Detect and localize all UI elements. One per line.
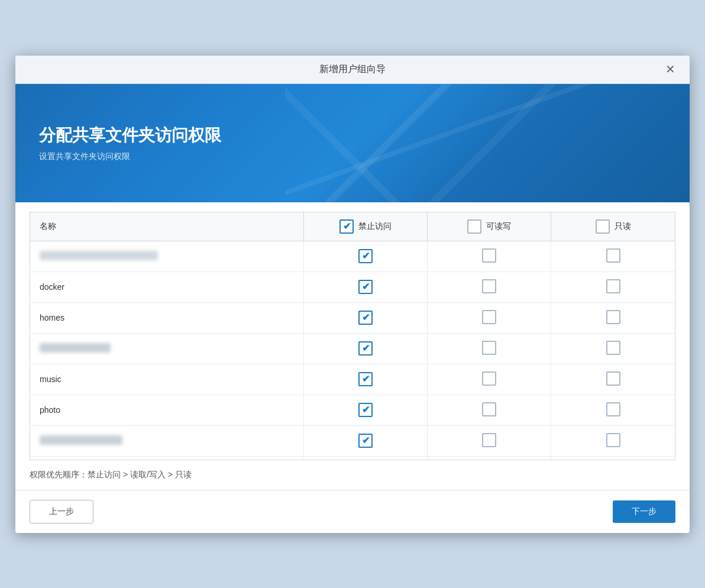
col-header-ro: 只读 <box>551 212 675 241</box>
deny-checkbox[interactable]: ✔ <box>358 280 373 294</box>
close-button[interactable]: ✕ <box>661 61 680 77</box>
cell-rw <box>428 364 551 395</box>
cell-ro <box>551 333 675 364</box>
table-row: music✔ <box>30 364 675 395</box>
table-row: ✔ <box>30 333 675 364</box>
table-row: ✔ <box>30 425 675 456</box>
cell-ro <box>551 272 675 302</box>
dialog: 新增用户组向导 ✕ 分配共享文件夹访问权限 设置共享文件夹访问权限 名称 <box>15 56 690 533</box>
banner: 分配共享文件夹访问权限 设置共享文件夹访问权限 <box>15 84 690 202</box>
col-header-name: 名称 <box>30 212 303 241</box>
cell-rw <box>428 333 551 364</box>
cell-deny: ✔ <box>303 395 427 425</box>
checkmark-icon: ✔ <box>362 405 370 415</box>
cell-deny: ✔ <box>303 456 427 460</box>
cell-ro <box>551 364 675 395</box>
footer: 上一步 下一步 <box>15 490 690 533</box>
checkmark-icon: ✔ <box>362 344 370 353</box>
cell-name: homes <box>30 302 303 333</box>
titlebar: 新增用户组向导 ✕ <box>15 56 690 84</box>
ro-checkbox[interactable] <box>606 248 620 263</box>
banner-main-title: 分配共享文件夹访问权限 <box>39 124 666 147</box>
deny-checkbox[interactable]: ✔ <box>358 341 373 356</box>
col-header-rw: 可读写 <box>428 212 551 241</box>
deny-checkbox[interactable]: ✔ <box>358 372 373 386</box>
cell-rw <box>428 302 551 333</box>
cell-name <box>30 456 303 460</box>
checkmark-icon: ✔ <box>343 222 351 231</box>
ro-checkbox[interactable] <box>606 433 620 447</box>
dialog-title: 新增用户组向导 <box>319 63 386 76</box>
table-row: ✔ <box>30 456 675 460</box>
deny-checkbox[interactable]: ✔ <box>358 434 373 448</box>
rw-checkbox[interactable] <box>482 310 496 324</box>
cell-rw <box>428 425 551 456</box>
cell-name <box>30 241 303 272</box>
cell-deny: ✔ <box>303 302 427 333</box>
table-row: photo✔ <box>30 395 675 425</box>
ro-checkbox[interactable] <box>606 402 620 416</box>
ro-checkbox[interactable] <box>606 341 620 355</box>
rw-checkbox[interactable] <box>482 433 496 447</box>
checkmark-icon: ✔ <box>362 282 370 292</box>
table-row: docker✔ <box>30 272 675 302</box>
cell-name: photo <box>30 395 303 425</box>
ro-checkbox[interactable] <box>606 310 620 324</box>
permissions-table: 名称 ✔ 禁止访问 <box>30 212 675 460</box>
col-header-deny: ✔ 禁止访问 <box>303 212 427 241</box>
cell-ro <box>551 241 675 272</box>
checkmark-icon: ✔ <box>362 436 370 445</box>
cell-rw <box>428 272 551 302</box>
cell-name <box>30 425 303 456</box>
cell-name: docker <box>30 272 303 302</box>
cell-name: music <box>30 364 303 395</box>
cell-rw <box>428 241 551 272</box>
cell-rw <box>428 395 551 425</box>
checkmark-icon: ✔ <box>362 313 370 322</box>
table-row: ✔ <box>30 241 675 272</box>
checkmark-icon: ✔ <box>362 251 370 261</box>
rw-checkbox[interactable] <box>482 402 496 416</box>
cell-ro <box>551 425 675 456</box>
rw-checkbox[interactable] <box>482 248 496 263</box>
header-deny-checkbox[interactable]: ✔ <box>339 219 354 234</box>
cell-deny: ✔ <box>303 333 427 364</box>
header-ro-checkbox[interactable] <box>596 219 610 234</box>
cell-deny: ✔ <box>303 272 427 302</box>
deny-checkbox[interactable]: ✔ <box>358 249 373 263</box>
cell-ro <box>551 302 675 333</box>
table-header-row: 名称 ✔ 禁止访问 <box>30 212 675 241</box>
next-button[interactable]: 下一步 <box>613 500 675 523</box>
header-rw-checkbox[interactable] <box>467 219 481 234</box>
cell-ro <box>551 395 675 425</box>
rw-checkbox[interactable] <box>482 341 496 355</box>
cell-deny: ✔ <box>303 241 427 272</box>
rw-checkbox[interactable] <box>482 371 496 386</box>
deny-checkbox[interactable]: ✔ <box>358 403 373 417</box>
cell-deny: ✔ <box>303 425 427 456</box>
cell-deny: ✔ <box>303 364 427 395</box>
deny-checkbox[interactable]: ✔ <box>358 311 373 325</box>
cell-rw <box>428 456 551 460</box>
cell-ro <box>551 456 675 460</box>
table-row: homes✔ <box>30 302 675 333</box>
cell-name <box>30 333 303 364</box>
table-area: 名称 ✔ 禁止访问 <box>15 202 690 490</box>
ro-checkbox[interactable] <box>606 279 620 293</box>
banner-sub-title: 设置共享文件夹访问权限 <box>39 151 666 162</box>
ro-checkbox[interactable] <box>606 371 620 386</box>
priority-note: 权限优先顺序：禁止访问 > 读取/写入 > 只读 <box>15 460 690 490</box>
prev-button[interactable]: 上一步 <box>30 500 93 524</box>
permissions-table-container[interactable]: 名称 ✔ 禁止访问 <box>30 212 675 460</box>
checkmark-icon: ✔ <box>362 374 370 384</box>
rw-checkbox[interactable] <box>482 279 496 293</box>
